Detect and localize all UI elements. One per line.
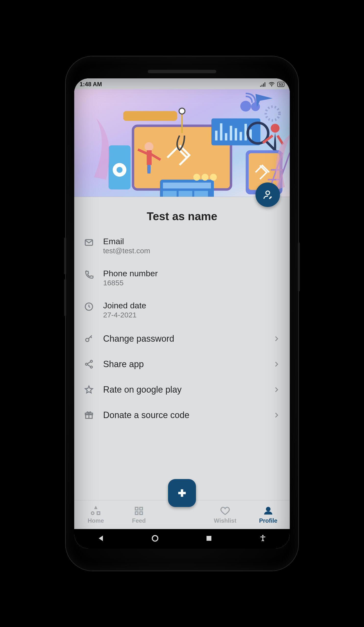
rate-row[interactable]: Rate on google play (81, 377, 283, 402)
profile-email-row: Email test@test.com (81, 230, 283, 262)
svg-rect-19 (163, 183, 211, 189)
chevron-right-icon (272, 336, 281, 341)
svg-point-0 (271, 86, 272, 86)
phone-icon (83, 269, 95, 280)
chevron-right-icon (272, 413, 281, 418)
rate-label: Rate on google play (103, 384, 264, 395)
chevron-right-icon (272, 362, 281, 367)
phone-value: 16855 (103, 279, 281, 287)
profile-phone-row: Phone number 16855 (81, 262, 283, 294)
wifi-icon (268, 82, 275, 87)
email-value: test@test.com (103, 247, 281, 255)
home-softkey[interactable] (151, 534, 159, 543)
add-button[interactable] (168, 479, 196, 507)
email-label: Email (103, 237, 281, 246)
svg-rect-17 (147, 150, 152, 165)
svg-point-29 (86, 338, 89, 341)
nav-home[interactable]: Home (74, 500, 117, 529)
statusbar-time: 1:48 AM (80, 81, 102, 88)
chevron-right-icon (272, 387, 281, 392)
nav-profile[interactable]: Profile (247, 500, 290, 529)
donate-row[interactable]: Donate a source code (81, 402, 283, 428)
nav-wishlist[interactable]: Wishlist (204, 500, 247, 529)
change-password-row[interactable]: Change password (81, 326, 283, 352)
nav-feed[interactable]: Feed (117, 500, 160, 529)
gift-icon (83, 409, 95, 421)
share-icon (83, 358, 95, 370)
key-icon (83, 333, 95, 345)
profile-joined-row: Joined date 27-4-2021 (81, 294, 283, 326)
svg-point-22 (210, 174, 217, 181)
joined-value: 27-4-2021 (103, 311, 281, 319)
svg-rect-41 (207, 536, 211, 541)
share-app-label: Share app (103, 359, 264, 369)
nav-home-label: Home (88, 517, 104, 524)
joined-label: Joined date (103, 301, 281, 310)
donate-label: Donate a source code (103, 410, 264, 420)
android-softkeys (74, 529, 290, 549)
nav-wishlist-label: Wishlist (214, 517, 236, 524)
svg-point-42 (262, 535, 263, 536)
star-icon (83, 384, 95, 396)
svg-point-26 (246, 103, 248, 105)
svg-point-9 (271, 124, 279, 133)
accessibility-softkey[interactable] (259, 534, 267, 543)
signal-icon (260, 82, 266, 87)
svg-rect-24 (179, 191, 192, 197)
svg-rect-37 (135, 512, 138, 514)
profile-hero-illustration (74, 89, 290, 197)
svg-point-16 (145, 142, 153, 151)
svg-rect-35 (135, 507, 138, 510)
phone-label: Phone number (103, 269, 281, 278)
svg-rect-25 (194, 191, 208, 197)
nav-profile-label: Profile (259, 517, 277, 524)
svg-point-21 (202, 174, 208, 181)
back-softkey[interactable] (97, 534, 105, 543)
share-app-row[interactable]: Share app (81, 352, 283, 377)
app-screen: 1:48 AM 53 (74, 78, 290, 549)
recent-softkey[interactable] (205, 534, 213, 543)
svg-point-39 (266, 507, 270, 511)
clock-icon (83, 301, 95, 313)
statusbar: 1:48 AM 53 (74, 78, 290, 89)
svg-rect-15 (123, 111, 177, 121)
svg-point-20 (193, 174, 200, 181)
svg-point-14 (117, 167, 122, 173)
svg-rect-23 (163, 191, 177, 197)
battery-icon: 53 (277, 82, 284, 87)
change-password-label: Change password (103, 334, 264, 344)
svg-point-2 (240, 101, 251, 112)
svg-point-40 (152, 536, 158, 541)
svg-rect-38 (140, 512, 143, 514)
svg-point-6 (179, 108, 185, 114)
svg-rect-36 (140, 507, 143, 510)
nav-feed-label: Feed (132, 517, 146, 524)
email-icon (83, 237, 95, 248)
edit-profile-button[interactable] (256, 182, 280, 207)
